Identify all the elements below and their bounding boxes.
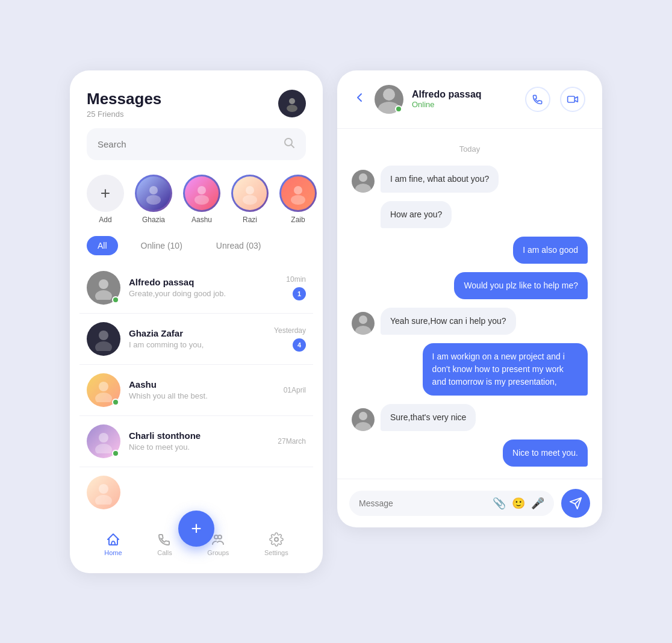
sender-avatar bbox=[352, 312, 375, 335]
contact-avatar-wrap bbox=[375, 85, 403, 114]
charli-preview: Nice to meet you. bbox=[129, 443, 269, 452]
nav-groups-label: Groups bbox=[207, 549, 229, 556]
aashu-preview: Whish you all the best. bbox=[129, 391, 275, 400]
story-ghazia[interactable]: Ghazia bbox=[135, 175, 172, 224]
nav-home-label: Home bbox=[104, 549, 122, 556]
bubble-received: How are you? bbox=[381, 201, 452, 228]
aashu-label: Aashu bbox=[191, 216, 212, 224]
svg-point-4 bbox=[149, 186, 158, 194]
message-input[interactable] bbox=[359, 499, 487, 508]
attachment-icon[interactable]: 📎 bbox=[493, 497, 506, 510]
svg-point-20 bbox=[99, 484, 108, 494]
call-button[interactable] bbox=[525, 87, 550, 112]
chat-panel: Alfredo passaq Online Today bbox=[337, 70, 602, 527]
bubble-sent: I am workign on a new project and i don'… bbox=[423, 343, 588, 396]
tab-online[interactable]: Online (10) bbox=[130, 236, 193, 255]
alfredo-badge: 1 bbox=[293, 287, 306, 300]
contact-name: Alfredo passaq bbox=[412, 89, 517, 100]
bubble-received: I am fine, what about you? bbox=[381, 166, 499, 193]
svg-point-23 bbox=[218, 535, 222, 539]
message-row: How are you? bbox=[352, 201, 588, 228]
back-button[interactable] bbox=[354, 92, 366, 107]
video-button[interactable] bbox=[560, 87, 585, 112]
tab-all[interactable]: All bbox=[87, 236, 118, 255]
list-item[interactable]: Aashu Whish you all the best. 01April bbox=[79, 365, 313, 416]
emoji-icon[interactable]: 🙂 bbox=[512, 497, 525, 510]
ghazia-meta: Yesterday 4 bbox=[274, 326, 306, 352]
story-aashu[interactable]: Aashu bbox=[183, 175, 220, 224]
zaib-label: Zaib bbox=[291, 216, 305, 224]
svg-point-9 bbox=[243, 195, 257, 205]
nav-home[interactable]: Home bbox=[104, 532, 122, 556]
message-row: I am fine, what about you? bbox=[352, 166, 588, 193]
story-zaib[interactable]: Zaib bbox=[279, 175, 317, 224]
fab-button[interactable]: + bbox=[178, 511, 214, 547]
message-row: Yeah sure,How can i help you? bbox=[352, 308, 588, 335]
bottom-nav: Home Calls + Groups bbox=[70, 523, 323, 573]
list-item[interactable]: Alfredo passaq Greate,your doing good jo… bbox=[79, 262, 313, 314]
svg-point-18 bbox=[99, 433, 108, 443]
alfredo-avatar-wrap bbox=[87, 271, 120, 305]
svg-point-1 bbox=[287, 105, 297, 112]
list-item[interactable]: Ghazia Zafar I am comming to you, Yester… bbox=[79, 314, 313, 365]
left-header: Messages 25 Friends bbox=[70, 70, 323, 128]
bubble-sent: Nice to meet you. bbox=[503, 440, 588, 467]
alfredo-content: Alfredo passaq Greate,your doing good jo… bbox=[129, 277, 278, 298]
svg-point-21 bbox=[95, 495, 112, 505]
message-row-sent: I am workign on a new project and i don'… bbox=[352, 343, 588, 396]
send-button[interactable] bbox=[561, 489, 590, 518]
tab-unread[interactable]: Unread (03) bbox=[205, 236, 272, 255]
nav-calls-label: Calls bbox=[157, 549, 172, 556]
chat-input-wrap: 📎 🙂 🎤 bbox=[349, 491, 554, 516]
contact-status: Online bbox=[412, 100, 517, 109]
message-list: Alfredo passaq Greate,your doing good jo… bbox=[70, 262, 323, 518]
svg-line-3 bbox=[291, 145, 294, 148]
svg-point-2 bbox=[285, 138, 292, 146]
add-story-button[interactable]: + bbox=[87, 175, 124, 212]
svg-point-10 bbox=[294, 186, 302, 194]
svg-point-15 bbox=[95, 341, 112, 351]
fab-icon: + bbox=[191, 518, 202, 539]
ghazia-badge: 4 bbox=[293, 338, 306, 352]
svg-point-33 bbox=[355, 422, 371, 431]
charli-avatar-wrap bbox=[87, 424, 120, 458]
svg-point-13 bbox=[95, 290, 112, 300]
extra-avatar bbox=[87, 476, 120, 509]
ghazia-content: Ghazia Zafar I am comming to you, bbox=[129, 328, 266, 349]
search-icon bbox=[283, 137, 295, 152]
list-item[interactable]: Charli stonthone Nice to meet you. 27Mar… bbox=[79, 416, 313, 467]
message-row-sent: I am also good bbox=[352, 237, 588, 264]
svg-rect-27 bbox=[568, 96, 575, 102]
chat-input-area: 📎 🙂 🎤 bbox=[337, 479, 602, 527]
svg-point-28 bbox=[359, 173, 367, 182]
message-row: Sure,that's very nice bbox=[352, 404, 588, 431]
charli-name: Charli stonthone bbox=[129, 430, 269, 441]
online-indicator bbox=[112, 399, 119, 406]
messages-title: Messages bbox=[87, 90, 161, 108]
nav-settings[interactable]: Settings bbox=[264, 532, 288, 556]
svg-point-17 bbox=[95, 393, 112, 402]
chat-header: Alfredo passaq Online bbox=[337, 70, 602, 129]
chat-actions bbox=[525, 87, 585, 112]
story-add[interactable]: + Add bbox=[87, 175, 124, 224]
search-bar bbox=[87, 128, 306, 160]
messages-panel: Messages 25 Friends bbox=[70, 70, 323, 573]
nav-calls[interactable]: Calls bbox=[157, 532, 172, 556]
online-indicator bbox=[112, 450, 119, 457]
message-row-sent: Nice to meet you. bbox=[352, 440, 588, 467]
svg-point-11 bbox=[291, 195, 305, 205]
charli-content: Charli stonthone Nice to meet you. bbox=[129, 430, 269, 452]
extra-avatar-wrap bbox=[87, 476, 120, 509]
bubble-received: Yeah sure,How can i help you? bbox=[381, 308, 516, 335]
search-input[interactable] bbox=[98, 139, 283, 149]
svg-point-12 bbox=[99, 279, 108, 289]
contact-online-dot bbox=[395, 105, 402, 113]
alfredo-time: 10min bbox=[286, 275, 306, 284]
alfredo-meta: 10min 1 bbox=[286, 275, 306, 300]
alfredo-name: Alfredo passaq bbox=[129, 277, 278, 287]
aashu-meta: 01April bbox=[284, 386, 306, 394]
story-razi[interactable]: Razi bbox=[231, 175, 269, 224]
chat-body: Today I am fine, what about you? How are… bbox=[337, 129, 602, 479]
user-avatar[interactable] bbox=[278, 90, 306, 117]
microphone-icon[interactable]: 🎤 bbox=[531, 497, 544, 510]
